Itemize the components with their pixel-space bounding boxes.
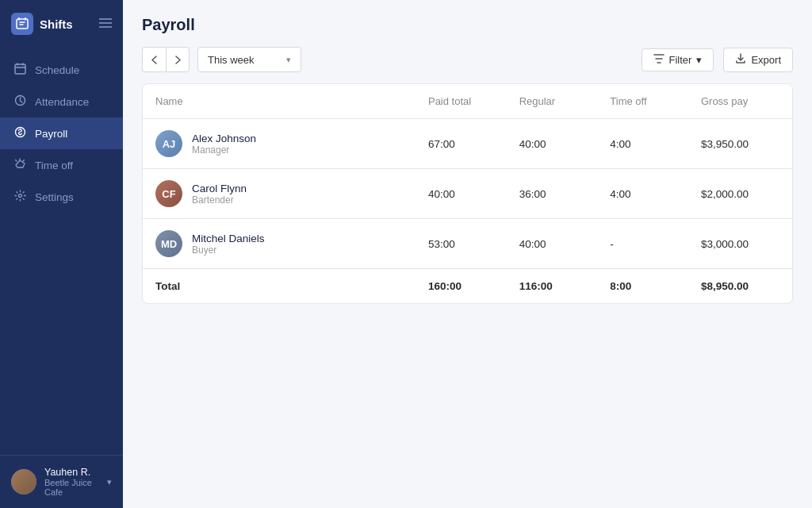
filter-button[interactable]: Filter ▾ [642, 48, 714, 71]
app-title: Shifts [40, 17, 73, 31]
toolbar-left: This week ▾ [142, 47, 301, 72]
week-select-chevron: ▾ [286, 55, 291, 65]
sidebar-item-timeoff-label: Time off [35, 160, 73, 171]
sidebar-item-schedule[interactable]: Schedule [0, 54, 123, 86]
timeoff-icon [13, 158, 27, 172]
timeoff-cell: 4:00 [597, 119, 688, 169]
sidebar-item-schedule-label: Schedule [35, 64, 79, 76]
timeoff-cell: - [597, 219, 688, 269]
payroll-table: Name Paid total Regular Time off Gross p… [143, 84, 792, 303]
toolbar-right: Filter ▾ Export [642, 48, 793, 72]
employee-role: Buyer [192, 244, 265, 256]
employee-name-cell: CF Carol Flynn Bartender [143, 169, 416, 219]
regular-cell: 40:00 [507, 219, 598, 269]
sidebar-header: Shifts [0, 0, 123, 48]
svg-rect-0 [17, 19, 28, 29]
table-row: AJ Alex Johnson Manager 67:00 40:00 4:00… [143, 119, 792, 169]
regular-cell: 36:00 [507, 169, 598, 219]
table-row: MD Mitchel Daniels Buyer 53:00 40:00 - $… [143, 219, 792, 269]
paid-total-cell: 53:00 [416, 219, 507, 269]
svg-point-4 [18, 194, 21, 198]
user-info: Yauhen R. Beetle Juice Cafe [44, 467, 99, 497]
export-button[interactable]: Export [723, 48, 793, 72]
col-header-paid: Paid total [416, 84, 507, 119]
total-regular: 116:00 [507, 269, 598, 304]
total-timeoff: 8:00 [597, 269, 688, 304]
total-gross: $8,950.00 [688, 269, 792, 304]
menu-icon[interactable] [99, 17, 112, 31]
logo-icon [11, 13, 33, 35]
timeoff-cell: 4:00 [597, 169, 688, 219]
prev-week-button[interactable] [142, 47, 166, 72]
page-header: Payroll [123, 0, 812, 47]
export-label: Export [751, 54, 781, 66]
filter-label: Filter [669, 54, 692, 66]
employee-role: Bartender [192, 194, 247, 206]
user-profile[interactable]: Yauhen R. Beetle Juice Cafe ▾ [0, 455, 123, 508]
paid-total-cell: 67:00 [416, 119, 507, 169]
table-body: AJ Alex Johnson Manager 67:00 40:00 4:00… [143, 119, 792, 304]
sidebar-nav: Schedule Attendance Payroll [0, 48, 123, 455]
sidebar-item-attendance-label: Attendance [35, 96, 89, 108]
table-header: Name Paid total Regular Time off Gross p… [143, 84, 792, 119]
total-label: Total [143, 269, 416, 304]
regular-cell: 40:00 [507, 119, 598, 169]
schedule-icon [13, 63, 27, 77]
sidebar-item-payroll[interactable]: Payroll [0, 117, 123, 149]
avatar: AJ [155, 130, 182, 157]
sidebar: Shifts Schedule [0, 0, 123, 508]
sidebar-item-settings[interactable]: Settings [0, 181, 123, 213]
user-company: Beetle Juice Cafe [44, 478, 99, 497]
settings-icon [13, 190, 27, 204]
filter-icon [653, 54, 665, 66]
avatar: MD [155, 230, 182, 257]
employee-role: Manager [192, 144, 256, 156]
payroll-icon [13, 126, 27, 140]
payroll-table-container: Name Paid total Regular Time off Gross p… [142, 83, 793, 304]
col-header-name: Name [143, 84, 416, 119]
col-header-gross: Gross pay [688, 84, 792, 119]
gross-pay-cell: $3,950.00 [688, 119, 792, 169]
sidebar-item-attendance[interactable]: Attendance [0, 86, 123, 117]
attendance-icon [13, 94, 27, 109]
paid-total-cell: 40:00 [416, 169, 507, 219]
next-week-button[interactable] [166, 47, 190, 72]
main-content: Payroll This week ▾ [123, 0, 812, 508]
sidebar-logo: Shifts [11, 13, 73, 35]
employee-name-cell: MD Mitchel Daniels Buyer [143, 219, 416, 269]
col-header-regular: Regular [507, 84, 598, 119]
employee-name-cell: AJ Alex Johnson Manager [143, 119, 416, 169]
gross-pay-cell: $2,000.00 [688, 169, 792, 219]
gross-pay-cell: $3,000.00 [688, 219, 792, 269]
sidebar-item-timeoff[interactable]: Time off [0, 149, 123, 181]
employee-name: Alex Johnson [192, 133, 256, 144]
user-avatar [11, 469, 36, 495]
export-icon [735, 53, 746, 67]
week-selector[interactable]: This week ▾ [197, 47, 301, 72]
col-header-timeoff: Time off [597, 84, 688, 119]
employee-name: Carol Flynn [192, 183, 247, 194]
svg-rect-1 [15, 64, 25, 74]
toolbar: This week ▾ Filter ▾ [123, 47, 812, 83]
employee-name: Mitchel Daniels [192, 233, 265, 244]
avatar: CF [155, 180, 182, 207]
sidebar-item-settings-label: Settings [35, 191, 74, 203]
total-paid: 160:00 [416, 269, 507, 304]
user-name: Yauhen R. [44, 467, 99, 478]
total-row: Total 160:00 116:00 8:00 $8,950.00 [143, 269, 792, 304]
page-title: Payroll [142, 16, 793, 34]
user-menu-chevron: ▾ [107, 477, 112, 487]
filter-chevron: ▾ [696, 54, 702, 66]
week-label: This week [208, 54, 255, 66]
sidebar-item-payroll-label: Payroll [35, 128, 67, 140]
table-row: CF Carol Flynn Bartender 40:00 36:00 4:0… [143, 169, 792, 219]
